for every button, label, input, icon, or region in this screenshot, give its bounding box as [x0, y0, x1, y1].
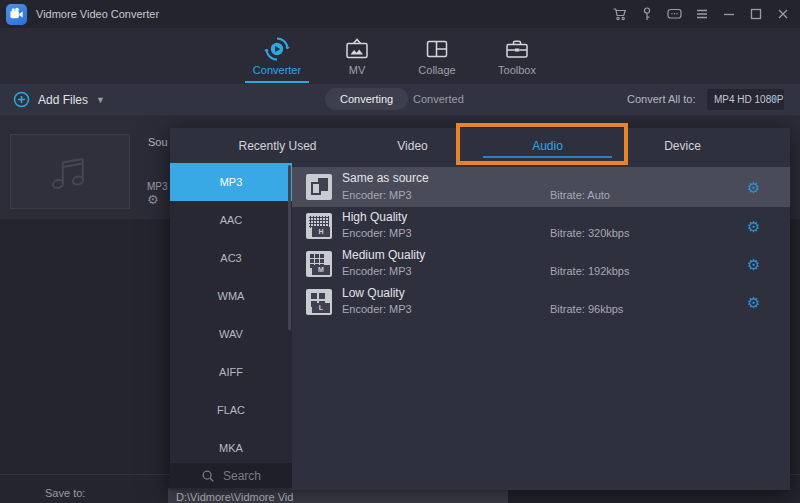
- profile-settings-gear-icon[interactable]: ⚙: [747, 257, 760, 272]
- add-files-button[interactable]: Add Files ▼: [13, 84, 105, 115]
- tab-converter[interactable]: Converter: [237, 28, 317, 84]
- profile-name: High Quality: [342, 210, 407, 224]
- converter-icon: [263, 35, 291, 63]
- profile-row-medium-quality[interactable]: M Medium Quality Encoder: MP3 Bitrate: 1…: [292, 245, 790, 283]
- profile-bitrate: Bitrate: 96kbps: [550, 303, 623, 315]
- profile-encoder: Encoder: MP3: [342, 227, 412, 239]
- profile-row-low-quality[interactable]: L Low Quality Encoder: MP3 Bitrate: 96kb…: [292, 283, 790, 321]
- tab-converter-label: Converter: [253, 64, 301, 76]
- file-format-label: MP3: [147, 181, 168, 192]
- search-box[interactable]: Search: [170, 463, 292, 488]
- sidebar-item-mka[interactable]: MKA: [170, 429, 292, 467]
- convert-all-label: Convert All to:: [627, 84, 695, 115]
- format-panel-tabs: Recently Used Video Audio Device: [170, 128, 790, 163]
- window-title: Vidmore Video Converter: [36, 8, 159, 20]
- format-sidebar: MP3 AAC AC3 WMA WAV AIFF FLAC MKA Search: [170, 163, 292, 490]
- key-icon[interactable]: [639, 6, 655, 22]
- toolbar: Add Files ▼ Converting Converted Convert…: [0, 84, 800, 115]
- mv-icon: [344, 35, 370, 63]
- cart-icon[interactable]: [612, 6, 628, 22]
- profile-encoder: Encoder: MP3: [342, 265, 412, 277]
- profile-bitrate: Bitrate: 320kbps: [550, 227, 630, 239]
- profile-name: Same as source: [342, 171, 429, 185]
- tab-mv[interactable]: MV: [317, 28, 397, 84]
- panel-tab-recently-used[interactable]: Recently Used: [210, 128, 345, 163]
- minimize-button[interactable]: [721, 6, 737, 22]
- menu-icon[interactable]: [694, 6, 710, 22]
- sidebar-item-aiff[interactable]: AIFF: [170, 353, 292, 391]
- profile-bitrate: Bitrate: 192kbps: [550, 265, 630, 277]
- tab-converted[interactable]: Converted: [413, 84, 464, 115]
- sidebar-item-wav[interactable]: WAV: [170, 315, 292, 353]
- low-quality-icon: L: [306, 289, 332, 315]
- tab-converting[interactable]: Converting: [325, 88, 408, 110]
- sidebar-item-wma[interactable]: WMA: [170, 277, 292, 315]
- profile-row-same-as-source[interactable]: Same as source Encoder: MP3 Bitrate: Aut…: [292, 167, 790, 207]
- format-panel: Recently Used Video Audio Device MP3 AAC…: [170, 128, 790, 490]
- profile-row-high-quality[interactable]: H High Quality Encoder: MP3 Bitrate: 320…: [292, 207, 790, 245]
- tab-mv-label: MV: [349, 64, 366, 76]
- same-as-source-icon: [306, 174, 332, 200]
- titlebar: Vidmore Video Converter: [0, 0, 800, 28]
- sidebar-item-flac[interactable]: FLAC: [170, 391, 292, 429]
- save-to-label: Save to:: [45, 487, 85, 499]
- file-source-label: Sou: [148, 136, 168, 148]
- save-to-path-field[interactable]: D:\Vidmore\Vidmore Vid: [168, 488, 508, 503]
- tab-toolbox[interactable]: Toolbox: [477, 28, 557, 84]
- converter-active-underline: [245, 81, 309, 83]
- audio-tab-underline: [483, 156, 612, 158]
- panel-tab-device[interactable]: Device: [615, 128, 750, 163]
- add-files-caret-icon[interactable]: ▼: [96, 95, 105, 105]
- convert-all-dropdown[interactable]: MP4 HD 1080P ▼: [707, 89, 784, 110]
- panel-tab-audio[interactable]: Audio: [480, 128, 615, 163]
- medium-quality-icon: M: [306, 251, 332, 277]
- panel-tab-video[interactable]: Video: [345, 128, 480, 163]
- maximize-button[interactable]: [748, 6, 764, 22]
- profile-settings-gear-icon[interactable]: ⚙: [747, 219, 760, 234]
- search-label: Search: [223, 469, 261, 483]
- profile-settings-gear-icon[interactable]: ⚙: [747, 295, 760, 310]
- file-settings-icon[interactable]: ⚙: [147, 192, 159, 207]
- toolbox-icon: [504, 35, 530, 63]
- feedback-icon[interactable]: [666, 6, 683, 22]
- close-button[interactable]: [775, 6, 791, 22]
- sidebar-item-mp3[interactable]: MP3: [170, 163, 292, 201]
- high-quality-icon: H: [306, 213, 332, 239]
- tab-collage-label: Collage: [418, 64, 455, 76]
- sidebar-item-aac[interactable]: AAC: [170, 201, 292, 239]
- profile-name: Low Quality: [342, 286, 405, 300]
- profile-name: Medium Quality: [342, 248, 425, 262]
- profile-encoder: Encoder: MP3: [342, 303, 412, 315]
- profile-list: Same as source Encoder: MP3 Bitrate: Aut…: [292, 163, 790, 490]
- file-thumbnail: [10, 134, 130, 209]
- profile-encoder: Encoder: MP3: [342, 189, 412, 201]
- tab-collage[interactable]: Collage: [397, 28, 477, 84]
- tab-toolbox-label: Toolbox: [498, 64, 536, 76]
- profile-bitrate: Bitrate: Auto: [550, 189, 610, 201]
- search-icon: [201, 469, 215, 483]
- app-logo-icon: [6, 4, 27, 25]
- music-note-icon: [46, 151, 94, 193]
- collage-icon: [424, 35, 450, 63]
- dropdown-caret-icon: ▼: [771, 89, 779, 110]
- add-files-label: Add Files: [38, 93, 88, 107]
- plus-circle-icon: [13, 91, 30, 108]
- sidebar-item-ac3[interactable]: AC3: [170, 239, 292, 277]
- sidebar-scrollbar[interactable]: [288, 165, 291, 330]
- profile-settings-gear-icon[interactable]: ⚙: [747, 180, 760, 195]
- main-nav: Converter MV Collage: [0, 28, 800, 84]
